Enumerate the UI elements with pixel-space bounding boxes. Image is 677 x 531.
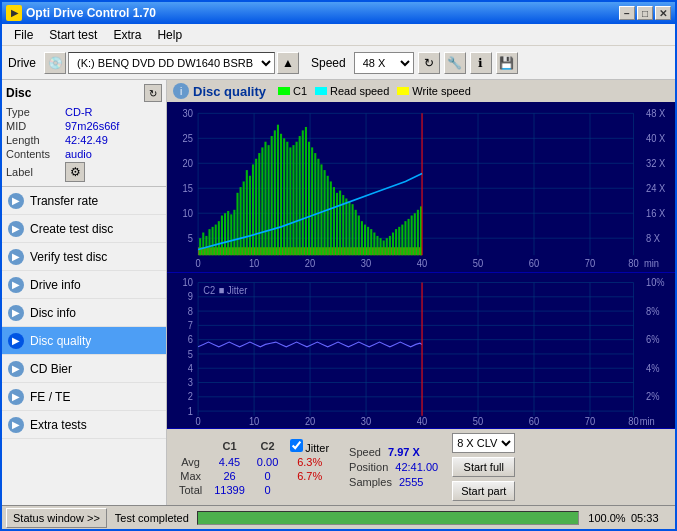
svg-rect-48 (227, 211, 229, 255)
status-text: Test completed (115, 512, 189, 524)
sidebar-item-disc-info[interactable]: ▶ Disc info (2, 299, 166, 327)
window-title: Opti Drive Control 1.70 (26, 6, 156, 20)
sidebar-item-cd-bier[interactable]: ▶ CD Bier (2, 355, 166, 383)
svg-rect-75 (311, 147, 313, 255)
legend-write-speed-label: Write speed (412, 85, 471, 97)
dq-icon: i (173, 83, 189, 99)
app-icon: ▶ (6, 5, 22, 21)
svg-text:50: 50 (473, 257, 484, 268)
total-label: Total (173, 483, 208, 497)
svg-rect-104 (401, 225, 403, 256)
svg-rect-74 (308, 142, 310, 255)
start-full-button[interactable]: Start full (452, 457, 515, 477)
position-value: 42:41.00 (395, 461, 438, 473)
svg-rect-84 (339, 191, 341, 256)
menu-help[interactable]: Help (149, 26, 190, 44)
sidebar-item-transfer-rate[interactable]: ▶ Transfer rate (2, 187, 166, 215)
svg-text:8 X: 8 X (646, 232, 660, 243)
extra-tests-label: Extra tests (30, 418, 87, 432)
svg-text:10: 10 (183, 207, 194, 218)
legend-read-speed-color (315, 87, 327, 95)
speed-select[interactable]: 48 X (354, 52, 414, 74)
disc-contents-value: audio (65, 148, 92, 160)
total-c1: 11399 (208, 483, 251, 497)
sidebar: Disc ↻ Type CD-R MID 97m26s66f Length 42… (2, 80, 167, 505)
svg-rect-71 (299, 136, 301, 255)
sidebar-item-fe-te[interactable]: ▶ FE / TE (2, 383, 166, 411)
svg-rect-98 (383, 240, 385, 255)
legend-c1-label: C1 (293, 85, 307, 97)
chart2-container: 10 9 8 7 6 5 4 3 2 1 0 10 20 30 (167, 273, 675, 429)
create-test-disc-icon: ▶ (8, 221, 24, 237)
disc-info-icon: ▶ (8, 305, 24, 321)
eject-button[interactable]: ▲ (277, 52, 299, 74)
disc-contents-row: Contents audio (6, 148, 162, 160)
svg-text:24 X: 24 X (646, 182, 666, 193)
avg-label: Avg (173, 455, 208, 469)
action-buttons: 8 X CLV Start full Start part (452, 433, 515, 501)
maximize-button[interactable]: □ (637, 6, 653, 20)
stats-jitter-check[interactable]: Jitter (284, 438, 335, 455)
sidebar-item-drive-info[interactable]: ▶ Drive info (2, 271, 166, 299)
svg-rect-76 (314, 153, 316, 255)
refresh-button[interactable]: ↻ (418, 52, 440, 74)
sidebar-item-disc-quality[interactable]: ▶ Disc quality (2, 327, 166, 355)
svg-rect-107 (411, 215, 413, 255)
svg-rect-86 (345, 198, 347, 255)
chart2-svg: 10 9 8 7 6 5 4 3 2 1 0 10 20 30 (167, 273, 675, 428)
svg-text:5: 5 (188, 348, 194, 360)
save-button[interactable]: 💾 (496, 52, 518, 74)
disc-type-row: Type CD-R (6, 106, 162, 118)
svg-rect-47 (224, 213, 226, 255)
svg-rect-59 (261, 147, 263, 255)
disc-refresh-button[interactable]: ↻ (144, 84, 162, 102)
svg-rect-96 (376, 236, 378, 255)
drive-icon: 💿 (44, 52, 66, 74)
svg-text:4: 4 (188, 362, 194, 374)
svg-text:40: 40 (417, 416, 428, 428)
svg-text:1: 1 (188, 405, 194, 417)
progress-bar-container (197, 511, 579, 525)
charts-area: 30 25 20 15 10 5 0 10 20 30 40 50 60 (167, 102, 675, 429)
drive-select[interactable]: (K:) BENQ DVD DD DW1640 BSRB (68, 52, 275, 74)
max-jitter: 6.7% (284, 469, 335, 483)
svg-text:60: 60 (529, 257, 540, 268)
speed-clv-select[interactable]: 8 X CLV (452, 433, 515, 453)
chart1-container: 30 25 20 15 10 5 0 10 20 30 40 50 60 (167, 102, 675, 273)
svg-rect-62 (271, 136, 273, 255)
menu-file[interactable]: File (6, 26, 41, 44)
title-bar: ▶ Opti Drive Control 1.70 − □ ✕ (2, 2, 675, 24)
svg-text:0: 0 (196, 416, 202, 428)
dq-title: Disc quality (193, 84, 266, 99)
svg-rect-67 (286, 142, 288, 255)
avg-c2: 0.00 (251, 455, 284, 469)
svg-rect-49 (230, 214, 232, 255)
legend-read-speed-label: Read speed (330, 85, 389, 97)
minimize-button[interactable]: − (619, 6, 635, 20)
jitter-checkbox[interactable] (290, 439, 303, 452)
sidebar-item-verify-test-disc[interactable]: ▶ Verify test disc (2, 243, 166, 271)
svg-text:40: 40 (417, 257, 428, 268)
chart1-svg: 30 25 20 15 10 5 0 10 20 30 40 50 60 (167, 102, 675, 272)
svg-text:25: 25 (183, 132, 194, 143)
svg-rect-69 (292, 145, 294, 255)
svg-text:9: 9 (188, 291, 194, 303)
info-button[interactable]: ℹ (470, 52, 492, 74)
create-test-disc-label: Create test disc (30, 222, 113, 236)
close-button[interactable]: ✕ (655, 6, 671, 20)
status-window-button[interactable]: Status window >> (6, 508, 107, 528)
start-part-button[interactable]: Start part (452, 481, 515, 501)
svg-rect-78 (320, 164, 322, 255)
settings-button[interactable]: 🔧 (444, 52, 466, 74)
drive-info-icon: ▶ (8, 277, 24, 293)
disc-label-icon[interactable]: ⚙ (65, 162, 85, 182)
sidebar-item-create-test-disc[interactable]: ▶ Create test disc (2, 215, 166, 243)
menu-start-test[interactable]: Start test (41, 26, 105, 44)
menu-extra[interactable]: Extra (105, 26, 149, 44)
svg-rect-52 (240, 187, 242, 255)
disc-section: Disc ↻ Type CD-R MID 97m26s66f Length 42… (2, 80, 166, 187)
avg-c1: 4.45 (208, 455, 251, 469)
sidebar-item-extra-tests[interactable]: ▶ Extra tests (2, 411, 166, 439)
svg-text:10%: 10% (646, 277, 665, 289)
svg-rect-40 (202, 233, 204, 256)
